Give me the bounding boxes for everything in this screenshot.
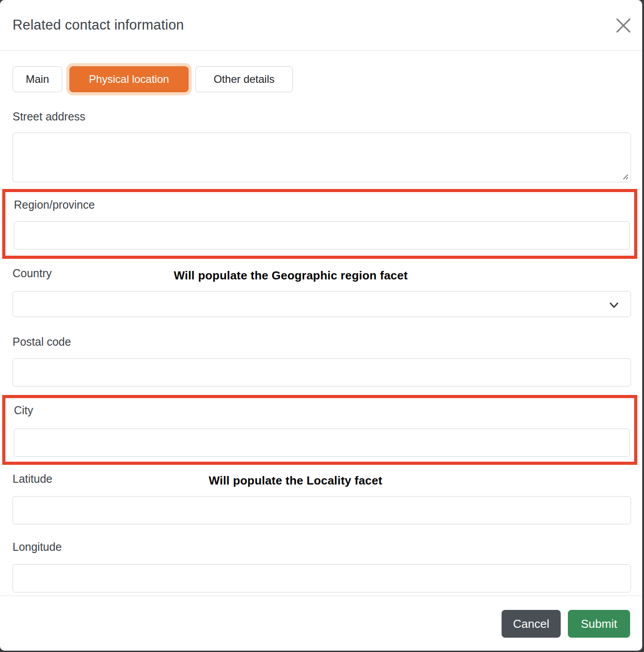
street-address-textarea[interactable]	[13, 133, 631, 182]
dialog-header: Related contact information	[0, 0, 642, 51]
country-select[interactable]	[13, 291, 631, 317]
tab-other-details[interactable]: Other details	[195, 66, 293, 92]
longitude-label: Longitude	[13, 540, 62, 553]
city-label: City	[14, 404, 33, 417]
longitude-input[interactable]	[13, 564, 631, 592]
tab-physical-location[interactable]: Physical location	[69, 66, 189, 92]
footer-divider	[0, 596, 642, 596]
tab-main[interactable]: Main	[13, 66, 62, 92]
annotation-locality: Will populate the Locality facet	[209, 474, 382, 488]
annotation-geographic-region: Will populate the Geographic region face…	[174, 269, 408, 283]
city-input[interactable]	[14, 429, 630, 457]
street-address-label: Street address	[13, 110, 86, 123]
region-province-input[interactable]	[14, 221, 630, 249]
cancel-button[interactable]: Cancel	[502, 610, 561, 638]
chevron-down-icon	[608, 299, 620, 313]
related-contact-dialog: Related contact information Main Physica…	[0, 0, 642, 651]
postal-code-label: Postal code	[13, 335, 71, 348]
close-button[interactable]	[613, 15, 634, 37]
region-province-label: Region/province	[14, 198, 95, 211]
page-title: Related contact information	[13, 17, 184, 33]
latitude-label: Latitude	[13, 472, 52, 485]
country-label: Country	[13, 267, 52, 280]
latitude-input[interactable]	[13, 496, 631, 524]
postal-code-input[interactable]	[13, 358, 631, 386]
close-icon	[615, 17, 631, 35]
submit-button[interactable]: Submit	[568, 610, 630, 638]
